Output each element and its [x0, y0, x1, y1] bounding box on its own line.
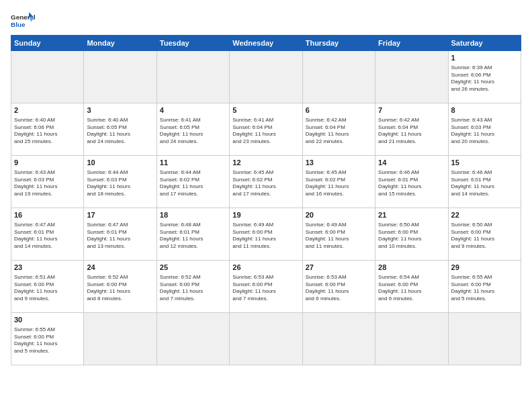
calendar-cell: 11Sunrise: 6:44 AM Sunset: 6:02 PM Dayli…	[157, 156, 229, 208]
day-number: 19	[232, 210, 299, 220]
day-number: 8	[451, 105, 518, 116]
generalblue-logo-icon: General Blue	[11, 11, 35, 30]
day-info: Sunrise: 6:47 AM Sunset: 6:01 PM Dayligh…	[87, 222, 153, 250]
calendar-cell	[375, 51, 448, 103]
weekday-header-sunday: Sunday	[11, 36, 84, 51]
calendar-cell: 4Sunrise: 6:41 AM Sunset: 6:05 PM Daylig…	[157, 103, 229, 156]
calendar-cell: 24Sunrise: 6:52 AM Sunset: 6:00 PM Dayli…	[84, 261, 157, 313]
logo: General Blue	[11, 11, 35, 30]
calendar-cell: 12Sunrise: 6:45 AM Sunset: 6:02 PM Dayli…	[230, 156, 302, 208]
calendar-week-5: 23Sunrise: 6:51 AM Sunset: 6:00 PM Dayli…	[11, 261, 521, 313]
calendar-cell: 13Sunrise: 6:45 AM Sunset: 6:02 PM Dayli…	[302, 156, 375, 208]
day-info: Sunrise: 6:51 AM Sunset: 6:00 PM Dayligh…	[14, 274, 81, 303]
day-info: Sunrise: 6:54 AM Sunset: 6:00 PM Dayligh…	[378, 274, 445, 303]
calendar-cell: 18Sunrise: 6:48 AM Sunset: 6:01 PM Dayli…	[157, 208, 229, 261]
calendar-cell: 8Sunrise: 6:43 AM Sunset: 6:03 PM Daylig…	[448, 103, 521, 156]
weekday-header-thursday: Thursday	[302, 36, 375, 51]
calendar-cell: 25Sunrise: 6:52 AM Sunset: 6:00 PM Dayli…	[157, 261, 229, 313]
day-info: Sunrise: 6:42 AM Sunset: 6:04 PM Dayligh…	[378, 117, 445, 146]
calendar-cell: 21Sunrise: 6:50 AM Sunset: 6:00 PM Dayli…	[375, 208, 448, 261]
day-number: 25	[160, 263, 226, 273]
day-info: Sunrise: 6:41 AM Sunset: 6:05 PM Dayligh…	[160, 117, 226, 146]
calendar-cell	[84, 313, 157, 365]
day-info: Sunrise: 6:44 AM Sunset: 6:03 PM Dayligh…	[87, 169, 153, 198]
day-number: 17	[87, 210, 153, 220]
weekday-header-friday: Friday	[375, 36, 448, 51]
calendar-cell: 14Sunrise: 6:46 AM Sunset: 6:01 PM Dayli…	[375, 156, 448, 208]
day-info: Sunrise: 6:48 AM Sunset: 6:01 PM Dayligh…	[160, 222, 226, 250]
calendar-cell: 30Sunrise: 6:55 AM Sunset: 6:00 PM Dayli…	[11, 313, 84, 365]
calendar-cell: 5Sunrise: 6:41 AM Sunset: 6:04 PM Daylig…	[230, 103, 302, 156]
day-number: 20	[306, 210, 372, 220]
calendar-cell: 9Sunrise: 6:43 AM Sunset: 6:03 PM Daylig…	[11, 156, 84, 208]
calendar-cell	[302, 51, 375, 103]
calendar-cell: 7Sunrise: 6:42 AM Sunset: 6:04 PM Daylig…	[375, 103, 448, 156]
calendar-cell: 29Sunrise: 6:55 AM Sunset: 6:00 PM Dayli…	[448, 261, 521, 313]
day-info: Sunrise: 6:43 AM Sunset: 6:03 PM Dayligh…	[14, 169, 81, 198]
day-number: 24	[87, 263, 153, 273]
day-number: 12	[232, 158, 299, 168]
day-info: Sunrise: 6:49 AM Sunset: 6:00 PM Dayligh…	[232, 222, 299, 250]
calendar-cell	[375, 313, 448, 365]
day-info: Sunrise: 6:53 AM Sunset: 6:00 PM Dayligh…	[232, 274, 299, 303]
day-number: 28	[378, 263, 445, 273]
day-number: 30	[14, 315, 81, 325]
day-number: 11	[160, 158, 226, 168]
calendar-cell	[11, 51, 84, 103]
day-info: Sunrise: 6:39 AM Sunset: 6:06 PM Dayligh…	[451, 64, 518, 93]
calendar-cell	[230, 313, 302, 365]
day-number: 23	[14, 263, 81, 273]
page: General Blue SundayMondayTuesdayWednesda…	[0, 0, 532, 411]
calendar-cell: 26Sunrise: 6:53 AM Sunset: 6:00 PM Dayli…	[230, 261, 302, 313]
calendar-cell	[448, 313, 521, 365]
svg-text:Blue: Blue	[11, 21, 26, 28]
calendar-cell	[157, 51, 229, 103]
calendar-cell: 20Sunrise: 6:49 AM Sunset: 6:00 PM Dayli…	[302, 208, 375, 261]
calendar-cell: 16Sunrise: 6:47 AM Sunset: 6:01 PM Dayli…	[11, 208, 84, 261]
calendar-week-2: 2Sunrise: 6:40 AM Sunset: 6:06 PM Daylig…	[11, 103, 521, 156]
calendar-week-3: 9Sunrise: 6:43 AM Sunset: 6:03 PM Daylig…	[11, 156, 521, 208]
calendar-cell: 2Sunrise: 6:40 AM Sunset: 6:06 PM Daylig…	[11, 103, 84, 156]
day-number: 29	[451, 263, 518, 273]
day-number: 21	[378, 210, 445, 220]
day-info: Sunrise: 6:45 AM Sunset: 6:02 PM Dayligh…	[306, 169, 372, 198]
day-number: 4	[160, 105, 226, 116]
day-number: 5	[232, 105, 299, 116]
day-info: Sunrise: 6:45 AM Sunset: 6:02 PM Dayligh…	[232, 169, 299, 198]
day-info: Sunrise: 6:44 AM Sunset: 6:02 PM Dayligh…	[160, 169, 226, 198]
calendar-cell	[157, 313, 229, 365]
calendar-cell: 28Sunrise: 6:54 AM Sunset: 6:00 PM Dayli…	[375, 261, 448, 313]
weekday-header-row: SundayMondayTuesdayWednesdayThursdayFrid…	[11, 36, 521, 51]
calendar-cell	[302, 313, 375, 365]
calendar-cell: 17Sunrise: 6:47 AM Sunset: 6:01 PM Dayli…	[84, 208, 157, 261]
day-info: Sunrise: 6:50 AM Sunset: 6:00 PM Dayligh…	[378, 222, 445, 250]
day-info: Sunrise: 6:52 AM Sunset: 6:00 PM Dayligh…	[160, 274, 226, 303]
day-info: Sunrise: 6:46 AM Sunset: 6:01 PM Dayligh…	[378, 169, 445, 198]
day-info: Sunrise: 6:42 AM Sunset: 6:04 PM Dayligh…	[306, 117, 372, 146]
day-number: 10	[87, 158, 153, 168]
day-info: Sunrise: 6:50 AM Sunset: 6:00 PM Dayligh…	[451, 222, 518, 250]
day-info: Sunrise: 6:55 AM Sunset: 6:00 PM Dayligh…	[14, 326, 81, 355]
day-number: 16	[14, 210, 81, 220]
day-info: Sunrise: 6:49 AM Sunset: 6:00 PM Dayligh…	[306, 222, 372, 250]
calendar-cell: 10Sunrise: 6:44 AM Sunset: 6:03 PM Dayli…	[84, 156, 157, 208]
calendar-week-1: 1Sunrise: 6:39 AM Sunset: 6:06 PM Daylig…	[11, 51, 521, 103]
day-info: Sunrise: 6:52 AM Sunset: 6:00 PM Dayligh…	[87, 274, 153, 303]
day-info: Sunrise: 6:40 AM Sunset: 6:05 PM Dayligh…	[87, 117, 153, 146]
day-number: 9	[14, 158, 81, 168]
day-number: 3	[87, 105, 153, 116]
calendar-cell: 1Sunrise: 6:39 AM Sunset: 6:06 PM Daylig…	[448, 51, 521, 103]
calendar-week-4: 16Sunrise: 6:47 AM Sunset: 6:01 PM Dayli…	[11, 208, 521, 261]
calendar-table: SundayMondayTuesdayWednesdayThursdayFrid…	[11, 35, 521, 365]
day-number: 14	[378, 158, 445, 168]
day-info: Sunrise: 6:41 AM Sunset: 6:04 PM Dayligh…	[232, 117, 299, 146]
day-number: 13	[306, 158, 372, 168]
weekday-header-wednesday: Wednesday	[230, 36, 302, 51]
calendar-cell: 23Sunrise: 6:51 AM Sunset: 6:00 PM Dayli…	[11, 261, 84, 313]
calendar-cell: 15Sunrise: 6:46 AM Sunset: 6:01 PM Dayli…	[448, 156, 521, 208]
day-number: 2	[14, 105, 81, 116]
calendar-cell: 27Sunrise: 6:53 AM Sunset: 6:00 PM Dayli…	[302, 261, 375, 313]
day-info: Sunrise: 6:46 AM Sunset: 6:01 PM Dayligh…	[451, 169, 518, 198]
header: General Blue	[11, 11, 521, 30]
calendar-cell: 22Sunrise: 6:50 AM Sunset: 6:00 PM Dayli…	[448, 208, 521, 261]
